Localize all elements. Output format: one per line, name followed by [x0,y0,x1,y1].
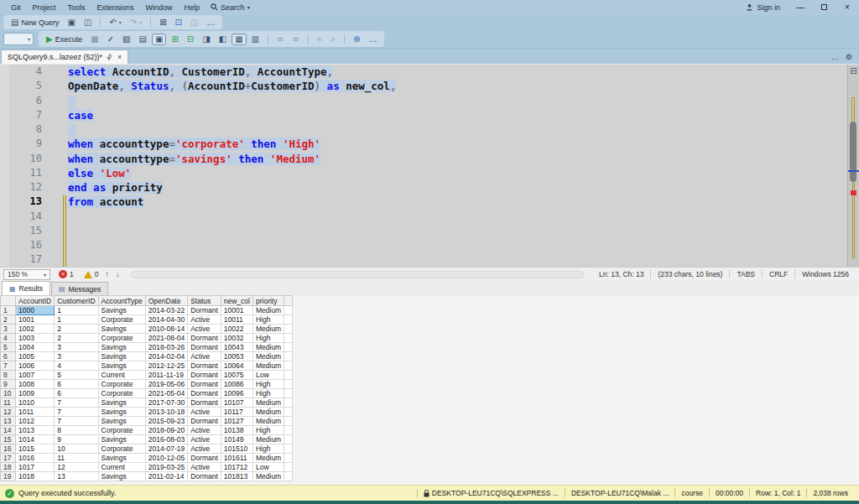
grid-cell[interactable]: 6 [55,380,98,389]
row-number-cell[interactable]: 8 [1,371,16,380]
row-number-cell[interactable]: 14 [1,426,16,435]
char-count[interactable]: (233 chars, 10 lines) [650,270,729,278]
grid-cell[interactable]: 2021-05-04 [145,389,187,398]
grid-cell[interactable]: 2012-12-25 [145,361,187,371]
grid-cell[interactable]: 8 [55,426,98,435]
grid-cell[interactable]: 2 [55,325,98,334]
code-line[interactable]: 17 [10,252,847,267]
grid-cell[interactable]: 1015 [16,444,55,454]
grid-cell[interactable]: 4 [55,361,98,371]
tab-messages[interactable]: ▤Messages [51,282,108,295]
zoom-combobox[interactable]: 150 % ▾ [3,269,50,280]
login-user[interactable]: DESKTOP-LEU71CQ\Malak ... [565,489,675,497]
row-number-cell[interactable]: 3 [1,325,16,334]
grid-cell[interactable]: 10001 [221,306,252,315]
code-area[interactable]: 4select AccountID, CustomerID, AccountTy… [10,65,847,267]
grid-cell[interactable]: Active [188,408,221,417]
code-line[interactable]: 11else 'Low' [10,166,847,180]
grid-cell[interactable]: 2013-10-18 [145,408,187,417]
grid-cell[interactable]: 101510 [221,444,252,454]
error-icon[interactable]: × [59,270,67,278]
row-number-cell[interactable]: 5 [1,343,16,352]
code-line[interactable]: 15 [10,224,847,238]
tab-results[interactable]: ▦Results [2,281,50,295]
selected-cell[interactable]: 1000 [16,306,55,315]
parse-query-button[interactable]: ✓ [104,34,117,45]
intellisense-button[interactable]: ▣ [152,34,166,45]
grid-cell[interactable]: 10096 [221,389,252,398]
current-database[interactable]: course [674,489,709,497]
grid-cell[interactable]: High [252,389,284,398]
row-number-cell[interactable]: 2 [1,315,16,325]
row-number-cell[interactable]: 18 [1,463,16,472]
grid-cell[interactable]: Active [188,325,221,334]
column-header[interactable]: Status [188,296,221,306]
grid-cell[interactable]: 10075 [221,371,252,380]
grid-cell[interactable]: Medium [252,454,284,463]
grid-cell[interactable]: 10149 [221,435,252,444]
grid-cell[interactable]: 1003 [16,334,55,343]
table-row[interactable]: 19101813Savings2011-02-14Dormant101813Me… [1,472,293,481]
grid-cell[interactable]: Corporate [98,334,145,343]
sqlcmd-mode-button[interactable]: ⊞ [168,34,181,45]
code-line[interactable]: 10when accounttype='savings' then 'Mediu… [10,152,847,166]
grid-cell[interactable]: Savings [98,408,145,417]
grid-cell[interactable]: 2014-03-22 [145,306,187,315]
grid-cell[interactable]: 6 [55,389,98,398]
menu-help[interactable]: Help [179,3,206,12]
grid-cell[interactable]: 1005 [16,352,55,361]
grid-cell[interactable]: Dormant [188,472,221,481]
grid-cell[interactable]: 7 [55,417,98,426]
new-session-button[interactable]: ⊕ [350,34,363,45]
row-number-cell[interactable]: 16 [1,444,16,454]
grid-cell[interactable]: 2018-09-20 [145,426,187,435]
grid-cell[interactable]: 1018 [16,472,55,481]
code-line[interactable]: 8 [10,122,847,137]
table-row[interactable]: 17101611Savings2010-12-05Dormant101611Me… [1,454,293,463]
grid-cell[interactable]: 1012 [16,417,55,426]
grid-cell[interactable]: 13 [55,472,98,481]
grid-cell[interactable]: Medium [252,472,284,481]
grid-cell[interactable]: Corporate [98,426,145,435]
grid-cell[interactable]: Dormant [188,361,221,371]
grid-cell[interactable]: 1016 [16,454,55,463]
close-button[interactable]: × [836,0,859,14]
grid-cell[interactable]: 1008 [16,380,55,389]
document-overflow-icon[interactable]: … [831,53,839,61]
grid-cell[interactable]: Dormant [188,343,221,352]
grid-cell[interactable]: Dormant [188,417,221,426]
grid-cell[interactable]: Corporate [98,315,145,325]
row-number-cell[interactable]: 6 [1,352,16,361]
grid-cell[interactable]: 9 [55,435,98,444]
grid-cell[interactable]: Corporate [98,389,145,398]
grid-cell[interactable]: 101712 [221,463,252,472]
pin-icon[interactable] [107,54,113,60]
grid-cell[interactable]: 1 [55,306,98,315]
row-number-cell[interactable]: 15 [1,435,16,444]
results-to-grid-button[interactable]: ▦ [232,34,246,45]
estimated-plan-button[interactable]: ▧ [119,34,133,45]
grid-cell[interactable]: Active [188,444,221,454]
split-editor-icon[interactable]: ⊟ [849,66,858,75]
grid-cell[interactable]: 101611 [221,454,252,463]
row-number-cell[interactable]: 10 [1,389,16,398]
grid-cell[interactable]: Medium [252,352,284,361]
menu-git[interactable]: Git [5,3,27,12]
grid-cell[interactable]: Dormant [188,398,221,408]
grid-cell[interactable]: High [252,334,284,343]
grid-cell[interactable]: Savings [98,398,145,408]
grid-cell[interactable]: Dormant [188,380,221,389]
grid-cell[interactable]: Savings [98,325,145,334]
grid-cell[interactable]: Corporate [98,444,145,454]
selection-button[interactable]: ⊠ [156,17,169,29]
grid-cell[interactable]: Active [188,435,221,444]
grid-cell[interactable]: Dormant [188,389,221,398]
new-query-button[interactable]: ▤New Query [8,17,62,29]
grid-cell[interactable]: 2017-07-30 [145,398,187,408]
breakpoint-margin[interactable] [0,65,10,267]
grid-cell[interactable]: Medium [252,361,284,371]
row-number-cell[interactable]: 4 [1,334,16,343]
search-box[interactable]: Search ▾ [206,3,255,12]
code-line[interactable]: 12end as priority [10,180,847,195]
query-tab[interactable]: SQLQuery9.s...lazeez (52))* × [1,49,128,64]
